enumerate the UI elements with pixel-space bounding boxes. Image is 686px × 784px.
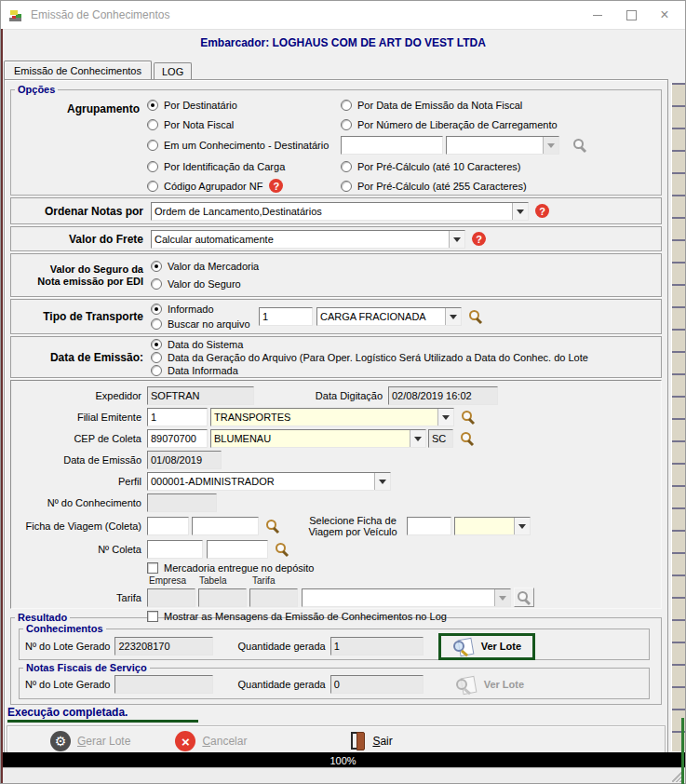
search-icon[interactable] (572, 138, 587, 153)
tarifa-header-tabela: Tabela (199, 575, 252, 586)
radio-informado[interactable]: Informado (151, 302, 251, 317)
ver-lote-highlight: Ver Lote (438, 633, 535, 660)
cancelar-button[interactable]: × Cancelar (175, 731, 247, 751)
radio-valor-seguro[interactable]: Valor do Seguro (151, 276, 259, 293)
liberacao-code-input[interactable] (341, 136, 443, 155)
quantidade-gerada-nfs-field: 0 (330, 675, 424, 694)
n-coleta-input2[interactable] (207, 540, 268, 559)
ficha-viagem-input1[interactable] (147, 517, 189, 535)
radio-por-identificacao-carga[interactable]: Por Identificação da Carga (147, 156, 333, 176)
minimize-button[interactable] (581, 3, 614, 27)
help-icon[interactable]: ? (535, 204, 549, 218)
view-batch-icon (452, 638, 475, 656)
search-icon[interactable] (275, 542, 289, 557)
radio-icon (151, 278, 162, 290)
n-coleta-input1[interactable] (147, 540, 203, 559)
conhecimentos-legend: Conhecimentos (23, 623, 106, 634)
gerar-lote-button[interactable]: ⚙ Gerar Lote (50, 731, 130, 751)
maximize-button[interactable] (614, 3, 648, 27)
radio-icon (151, 365, 162, 376)
tarifa-tabela-field (198, 588, 247, 607)
seguro-row: Valor do Seguro daNota emissão por EDI V… (10, 253, 662, 297)
close-button[interactable]: × (648, 3, 681, 27)
embarcador-header: Embarcador: LOGHAUS COM DE ART DO VEST L… (1, 29, 685, 56)
cep-city-select[interactable]: BLUMENAU (210, 429, 426, 448)
tipo-transporte-label: Tipo de Transporte (11, 310, 143, 323)
tab-log[interactable]: LOG (154, 62, 192, 79)
radio-codigo-agrupador-nf[interactable]: Código Agrupador NF? (147, 176, 333, 196)
expedidor-field: SOFTRAN (147, 386, 254, 405)
radio-icon (147, 140, 158, 151)
ver-lote-button[interactable]: Ver Lote (441, 636, 532, 657)
app-window: Emissão de Conhecimentos × Embarcador: L… (0, 0, 686, 784)
radio-por-destinatario[interactable]: Por Destinatário (147, 95, 333, 115)
radio-em-um-conhecimento[interactable]: Em um Conhecimento - Destinatário (147, 134, 333, 156)
tarifa-tarifa-field (249, 588, 298, 607)
sair-button[interactable]: Sair (351, 732, 392, 750)
search-plus-icon (517, 590, 531, 605)
left-edge-annotation (1, 29, 3, 783)
radio-buscar-arquivo[interactable]: Buscar no arquivo (151, 317, 251, 331)
chevron-down-icon (543, 137, 558, 154)
radio-por-numero-liberacao[interactable]: Por Número de Liberação de Carregamento (341, 115, 587, 134)
frete-select[interactable]: Calcular automaticamente (151, 230, 465, 249)
minimize-icon (593, 14, 602, 16)
radio-data-sistema[interactable]: Data do Sistema (151, 338, 588, 351)
progress-value: 100% (330, 755, 356, 766)
search-icon[interactable] (460, 431, 475, 446)
ficha-viagem-label: Ficha de Viagem (Coleta) (11, 520, 147, 532)
radio-icon (151, 261, 162, 272)
radio-valor-mercadoria[interactable]: Valor da Mercadoria (151, 258, 259, 276)
radio-pre-calculo-10[interactable]: Por Pré-Cálculo (até 10 Caracteres) (341, 156, 587, 176)
liberacao-desc-select[interactable] (446, 136, 559, 155)
progress-bar: 100% (1, 752, 685, 768)
tarifa-desc-select[interactable] (302, 588, 511, 607)
title-bar: Emissão de Conhecimentos × (1, 1, 685, 29)
tarifa-search-button[interactable] (514, 588, 534, 607)
filial-code-input[interactable]: 1 (147, 408, 208, 426)
filial-select[interactable]: TRANSPORTES (210, 408, 454, 426)
resultado-group: Resultado Conhecimentos Nº do Lote Gerad… (10, 612, 662, 705)
radio-por-nota-fiscal[interactable]: Por Nota Fiscal (147, 115, 333, 134)
ordenar-label: Ordenar Notas por (11, 205, 143, 218)
radio-data-informada[interactable]: Data Informada (151, 364, 588, 377)
radio-data-geracao-arquivo[interactable]: Data da Geração do Arquivo (Para Oper. L… (151, 351, 588, 364)
form-panel: Expedidor SOFTRAN Data Digitação 02/08/2… (10, 380, 662, 609)
data-emissao-label: Data de Emissão (11, 454, 147, 466)
search-icon[interactable] (461, 410, 476, 425)
tab-bar: Emissão de Conhecimentos LOG (1, 56, 685, 79)
radio-por-data-emissao-nf[interactable]: Por Data de Emissão da Nota Fiscal (341, 95, 587, 115)
search-icon[interactable] (265, 519, 280, 534)
chevron-down-icon (374, 473, 390, 490)
selecione-ficha-code-input[interactable] (407, 517, 451, 535)
tab-emissao-de-conhecimentos[interactable]: Emissão de Conhecimentos (4, 61, 152, 79)
search-icon[interactable] (468, 309, 483, 324)
data-emissao-opts-label: Data de Emissão: (11, 351, 143, 364)
help-icon[interactable]: ? (269, 179, 283, 193)
tipo-transporte-select[interactable]: CARGA FRACIONADA (316, 307, 462, 326)
data-digitacao-label: Data Digitação (275, 390, 388, 401)
radio-icon (341, 119, 352, 130)
status-message: Execução completada. (7, 706, 128, 719)
perfil-select[interactable]: 000001-ADMINISTRADOR (147, 472, 391, 491)
ver-lote-nfs-button[interactable]: Ver Lote (444, 674, 535, 696)
radio-icon (341, 181, 352, 192)
tipo-transporte-code-input[interactable]: 1 (259, 307, 313, 326)
app-icon (8, 7, 23, 22)
ordenar-select[interactable]: Ordem de Lancamento,Destinatários (151, 202, 529, 221)
radio-pre-calculo-255[interactable]: Por Pré-Cálculo (até 255 Caracteres) (341, 176, 587, 196)
seguro-label-line1: Valor do Seguro da (50, 264, 143, 275)
checkbox-mercadoria[interactable]: Mercadoria entregue no depósito (147, 561, 661, 574)
maximize-icon (626, 10, 637, 20)
radio-icon (341, 100, 352, 111)
ficha-viagem-input2[interactable] (192, 517, 259, 535)
radio-icon (147, 100, 158, 111)
cep-code-input[interactable]: 89070700 (147, 429, 208, 448)
main-panel: Opções Agrupamento Por Destinatário Por … (4, 79, 668, 756)
selecione-ficha-select[interactable] (454, 517, 531, 535)
help-icon[interactable]: ? (472, 232, 486, 246)
tipo-transporte-row: Tipo de Transporte Informado Buscar no a… (10, 299, 662, 334)
window-title: Emissão de Conhecimentos (31, 8, 581, 21)
chevron-down-icon (449, 231, 464, 248)
frete-label: Valor do Frete (11, 233, 143, 246)
